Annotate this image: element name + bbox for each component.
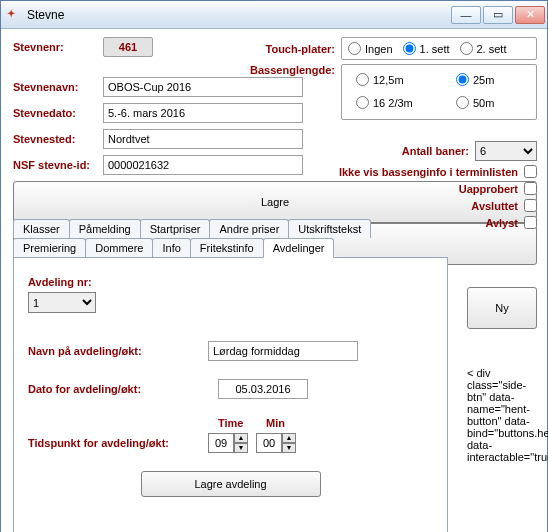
tab-utskriftstekst[interactable]: Utskriftstekst (288, 219, 371, 238)
uapprobert-label: Uapprobert (459, 183, 518, 195)
tab-andrepriser[interactable]: Andre priser (209, 219, 289, 238)
tab-pamelding[interactable]: Påmelding (69, 219, 141, 238)
ny-button[interactable]: Ny (467, 287, 537, 329)
antallbaner-label: Antall baner: (402, 145, 469, 157)
bassenglengde-group: 12,5m 25m 16 2/3m 50m (341, 64, 537, 120)
min-up[interactable]: ▲ (282, 433, 296, 443)
tab-avdelinger[interactable]: Avdelinger (263, 238, 335, 258)
touchplater-label: Touch-plater: (236, 43, 341, 55)
touchplater-group: Ingen 1. sett 2. sett (341, 37, 537, 60)
avsluttet-checkbox[interactable] (524, 199, 537, 212)
tab-klasser[interactable]: Klasser (13, 219, 70, 238)
time-label: Time (218, 417, 248, 429)
min-down[interactable]: ▼ (282, 443, 296, 453)
radio-1623m[interactable]: 16 2/3m (356, 96, 426, 109)
stevnested-input[interactable] (103, 129, 303, 149)
radio-sett1[interactable]: 1. sett (403, 42, 450, 55)
antallbaner-select[interactable]: 6 (475, 141, 537, 161)
min-spinner[interactable]: ▲▼ (256, 433, 296, 453)
avlyst-label: Avlyst (485, 217, 518, 229)
stevnenr-label: Stevnenr: (13, 41, 103, 53)
lagre-avdeling-button[interactable]: Lagre avdeling (141, 471, 321, 497)
app-icon: ✦ (7, 8, 21, 22)
tab-premiering[interactable]: Premiering (13, 238, 86, 258)
datoavd-input[interactable] (218, 379, 308, 399)
uapprobert-checkbox[interactable] (524, 182, 537, 195)
minimize-button[interactable]: — (451, 6, 481, 24)
tidspunkt-label: Tidspunkt for avdeling/økt: (28, 437, 208, 449)
datoavd-label: Dato for avdeling/økt: (28, 383, 208, 395)
tab-info[interactable]: Info (152, 238, 190, 258)
tab-startpriser[interactable]: Startpriser (140, 219, 211, 238)
avlyst-checkbox[interactable] (524, 216, 537, 229)
radio-25m[interactable]: 25m (456, 73, 526, 86)
stevnested-label: Stevnested: (13, 133, 103, 145)
time-input[interactable] (208, 433, 234, 453)
close-button[interactable]: ✕ (515, 6, 545, 24)
navnavd-input[interactable] (208, 341, 358, 361)
time-up[interactable]: ▲ (234, 433, 248, 443)
radio-125m[interactable]: 12,5m (356, 73, 426, 86)
avdnr-select[interactable]: 1 (28, 292, 96, 313)
bassenglengde-label: Bassenglengde: (236, 64, 341, 76)
min-label: Min (266, 417, 296, 429)
avdnr-label: Avdeling nr: (28, 276, 92, 288)
radio-ingen[interactable]: Ingen (348, 42, 393, 55)
tab-panel-avdelinger: Avdeling nr: 1 Navn på avdeling/økt: Dat… (13, 257, 448, 532)
nsfid-input[interactable] (103, 155, 303, 175)
avsluttet-label: Avsluttet (471, 200, 518, 212)
maximize-button[interactable]: ▭ (483, 6, 513, 24)
stevnenr-value: 461 (103, 37, 153, 57)
tab-dommere[interactable]: Dommere (85, 238, 153, 258)
radio-50m[interactable]: 50m (456, 96, 526, 109)
stevnenavn-label: Stevnenavn: (13, 81, 103, 93)
window-title: Stevne (27, 8, 451, 22)
stevnedato-label: Stevnedato: (13, 107, 103, 119)
ikkevis-checkbox[interactable] (524, 165, 537, 178)
nsfid-label: NSF stevne-id: (13, 159, 103, 171)
tab-fritekstinfo[interactable]: Fritekstinfo (190, 238, 264, 258)
navnavd-label: Navn på avdeling/økt: (28, 345, 208, 357)
ikkevis-label: Ikke vis bassenginfo i terminlisten (339, 166, 518, 178)
radio-sett2[interactable]: 2. sett (460, 42, 507, 55)
time-down[interactable]: ▼ (234, 443, 248, 453)
min-input[interactable] (256, 433, 282, 453)
time-spinner[interactable]: ▲▼ (208, 433, 248, 453)
